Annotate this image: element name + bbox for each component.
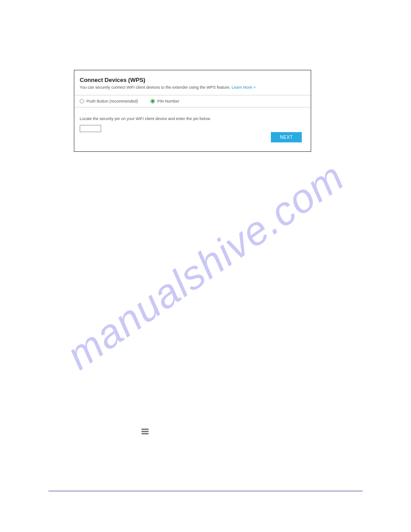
wps-panel: Connect Devices (WPS) You can securely c… bbox=[74, 70, 311, 152]
radio-icon bbox=[150, 99, 155, 103]
push-button-label: Push Button (recommended) bbox=[86, 99, 138, 103]
push-button-radio[interactable]: Push Button (recommended) bbox=[80, 99, 138, 103]
pin-instruction: Locate the security pin on your WiFi cli… bbox=[80, 116, 305, 121]
panel-title: Connect Devices (WPS) bbox=[74, 70, 311, 85]
button-row: NEXT bbox=[80, 132, 305, 146]
pin-number-label: PIN Number bbox=[157, 99, 180, 103]
watermark-text: manualshive.com bbox=[58, 153, 352, 378]
pin-number-radio[interactable]: PIN Number bbox=[150, 99, 180, 103]
next-button[interactable]: NEXT bbox=[271, 132, 302, 142]
menu-icon bbox=[141, 428, 149, 435]
pin-entry-block: Locate the security pin on your WiFi cli… bbox=[74, 107, 311, 151]
wps-method-options: Push Button (recommended) PIN Number bbox=[74, 95, 311, 107]
learn-more-link[interactable]: Learn More » bbox=[231, 85, 256, 90]
panel-subtitle-text: You can securely connect WiFi client dev… bbox=[80, 85, 231, 90]
radio-icon bbox=[80, 99, 84, 103]
panel-subtitle: You can securely connect WiFi client dev… bbox=[74, 85, 311, 95]
pin-input[interactable] bbox=[80, 125, 101, 132]
footer-divider bbox=[48, 491, 363, 491]
